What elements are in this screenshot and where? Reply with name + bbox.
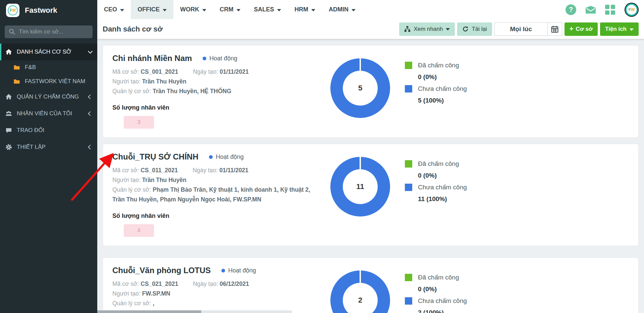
legend-blue-swatch (405, 297, 412, 305)
brand-name: Fastwork (25, 6, 57, 15)
chevron-left-icon (88, 111, 93, 116)
sidebar-item-quan-ly-cham-cong[interactable]: QUẢN LÝ CHẤM CÔNG (0, 88, 97, 105)
caret-down-icon (202, 9, 206, 11)
legend-green-swatch (405, 160, 412, 168)
chevron-left-icon (88, 145, 93, 149)
horizontal-scrollbar[interactable] (97, 310, 292, 313)
caret-down-icon (352, 9, 356, 11)
caret-down-icon (630, 28, 634, 31)
utilities-button[interactable]: Tiện ích (600, 22, 639, 36)
sidebar: FW Fastwork DANH SÁCH CƠ SỞ F&B FASTWORK… (0, 0, 97, 313)
refresh-icon (462, 26, 469, 32)
status-badge: Hoạt động (203, 55, 237, 62)
sidebar-item-thiet-lap[interactable]: THIẾT LẬP (0, 139, 97, 155)
sidebar-item-nhan-vien-cua-toi[interactable]: NHÂN VIÊN CỦA TÔI (0, 105, 97, 122)
toolbar-actions: Xem nhanh Tải lại Mọi lúc + Cơ sở Tiện í… (399, 22, 639, 36)
donut-chart: 11 (330, 157, 390, 216)
toolbar: Danh sách cơ sở Xem nhanh Tải lại Mọi lú… (97, 19, 644, 39)
caret-down-icon (236, 9, 240, 11)
legend-green-swatch (405, 62, 412, 69)
caret-down-icon (120, 9, 124, 11)
status-dot-icon (209, 155, 213, 159)
calendar-icon (551, 25, 558, 33)
facility-meta: Mã cơ sở: CS_011_2021Ngày tạo: 01/11/202… (112, 166, 320, 204)
app-window: FW Fastwork DANH SÁCH CƠ SỞ F&B FASTWORK… (0, 0, 644, 313)
help-icon[interactable]: ? (566, 4, 576, 15)
attendance-chart: 5 Đã chấm công 0 (0%) Chưa chấm công 5 (… (320, 54, 467, 129)
sidebar-item-trao-doi[interactable]: TRAO ĐỔI (0, 122, 97, 139)
reload-button[interactable]: Tải lại (457, 22, 492, 36)
caret-down-icon (446, 28, 450, 30)
tab-ceo[interactable]: CEO (97, 0, 131, 19)
donut-total: 5 (330, 58, 390, 118)
attendance-chart: 2 Đã chấm công 0 (0%) Chưa chấm công 2 (… (320, 266, 467, 313)
fastwork-logo-icon: FW (6, 4, 19, 17)
sidebar-item-fnb[interactable]: F&B (0, 60, 97, 74)
tab-hrm[interactable]: HRM (288, 0, 322, 19)
tab-office[interactable]: OFFICE (131, 0, 173, 19)
status-dot-icon (221, 269, 225, 272)
sidebar-item-fastwork-viet-nam[interactable]: FASTWORK VIỆT NAM (0, 74, 97, 88)
sidebar-menu: DANH SÁCH CƠ SỞ F&B FASTWORK VIỆT NAM QU… (0, 44, 97, 155)
scrollbar-thumb[interactable] (97, 310, 201, 313)
home-icon (5, 93, 12, 100)
calendar-button[interactable] (547, 22, 562, 36)
tab-sales[interactable]: SALES (247, 0, 288, 19)
sidebar-item-danh-sach-co-so[interactable]: DANH SÁCH CƠ SỞ (0, 44, 97, 60)
topbar-icons: ? FW (566, 0, 644, 19)
facility-card: Chuỗi_Văn phòng LOTUS Hoạt động Mã cơ sở… (103, 257, 639, 313)
facility-meta: Mã cơ sở: CS_021_2021Ngày tạo: 06/12/202… (112, 279, 320, 308)
caret-down-icon (311, 9, 315, 11)
donut-total: 2 (330, 270, 390, 313)
facility-title[interactable]: Chi nhánh Miền Nam (112, 54, 192, 63)
status-badge: Hoạt động (209, 153, 244, 161)
gear-icon (5, 144, 12, 150)
chart-legend: Đã chấm công 0 (0%) Chưa chấm công 2 (10… (405, 270, 467, 313)
date-filter[interactable]: Mọi lúc (494, 22, 547, 36)
legend-blue-swatch (405, 85, 412, 92)
donut-total: 11 (330, 157, 390, 216)
apps-grid-icon[interactable] (605, 5, 615, 15)
legend-blue-swatch (405, 184, 412, 191)
users-icon (5, 110, 12, 117)
tab-admin[interactable]: ADMIN (322, 0, 362, 19)
facility-title[interactable]: Chuỗi_Văn phòng LOTUS (112, 266, 211, 275)
chart-legend: Đã chấm công 0 (0%) Chưa chấm công 11 (1… (405, 157, 467, 203)
search-icon (9, 28, 15, 35)
facility-card: Chi nhánh Miền Nam Hoạt động Mã cơ sở: C… (103, 45, 639, 138)
employee-count-badge[interactable]: 4 (124, 224, 154, 237)
status-badge: Hoạt động (221, 267, 256, 274)
folder-icon (13, 64, 20, 71)
chevron-down-icon (88, 49, 93, 54)
legend-green-swatch (405, 274, 412, 281)
sidebar-search[interactable] (5, 25, 93, 38)
brand[interactable]: FW Fastwork (0, 0, 97, 21)
quick-view-button[interactable]: Xem nhanh (399, 22, 455, 36)
caret-down-icon (163, 9, 167, 11)
caret-down-icon (277, 9, 281, 11)
mail-icon[interactable] (586, 5, 596, 15)
page-title: Danh sách cơ sở (103, 25, 163, 34)
plus-icon: + (570, 25, 574, 33)
add-facility-button[interactable]: + Cơ sở (565, 22, 598, 36)
employee-count-label: Số lượng nhân viên (112, 104, 320, 111)
facility-title[interactable]: Chuỗi_TRỤ SỞ CHÍNH (112, 152, 198, 162)
search-input[interactable] (19, 28, 86, 35)
attendance-chart: 11 Đã chấm công 0 (0%) Chưa chấm công 11… (320, 152, 467, 237)
employee-count-badge[interactable]: 3 (124, 116, 154, 129)
tab-crm[interactable]: CRM (213, 0, 247, 19)
folder-icon (13, 78, 20, 85)
tab-work[interactable]: WORK (173, 0, 213, 19)
donut-chart: 5 (330, 58, 390, 118)
sitemap-icon (404, 26, 411, 32)
facility-card: Chuỗi_TRỤ SỞ CHÍNH Hoạt động Mã cơ sở: C… (103, 144, 639, 246)
home-icon (5, 49, 12, 55)
donut-chart: 2 (330, 270, 390, 313)
user-avatar[interactable]: FW (625, 3, 639, 17)
facility-list: Chi nhánh Miền Nam Hoạt động Mã cơ sở: C… (97, 39, 644, 313)
chevron-left-icon (88, 95, 93, 99)
facility-meta: Mã cơ sở: CS_001_2021Ngày tạo: 01/11/202… (112, 67, 320, 96)
status-dot-icon (203, 57, 206, 60)
chat-icon (5, 127, 12, 134)
top-navigation: CEO OFFICE WORK CRM SALES HRM ADMIN ? FW (97, 0, 644, 19)
